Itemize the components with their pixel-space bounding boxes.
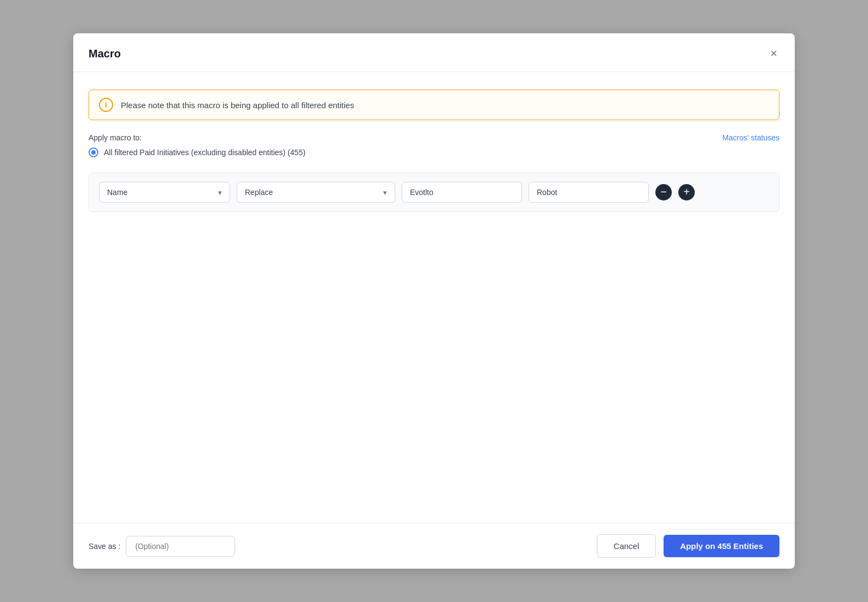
modal-header: Macro × bbox=[73, 33, 795, 72]
cancel-button[interactable]: Cancel bbox=[597, 534, 656, 558]
radio-button-inner bbox=[91, 150, 96, 155]
plus-icon: + bbox=[683, 186, 690, 197]
operator-select[interactable]: Replace ▾ bbox=[237, 182, 395, 203]
macros-statuses-link[interactable]: Macros' statuses bbox=[722, 133, 779, 142]
save-as-row: Save as : bbox=[89, 536, 235, 557]
modal-body: i Please note that this macro is being a… bbox=[73, 72, 795, 523]
remove-rule-button[interactable]: − bbox=[655, 184, 672, 200]
info-icon: i bbox=[99, 98, 113, 112]
from-value-input[interactable] bbox=[402, 182, 522, 203]
modal-dialog: Macro × i Please note that this macro is… bbox=[73, 33, 795, 569]
radio-button[interactable] bbox=[89, 147, 98, 157]
modal-footer: Save as : Cancel Apply on 455 Entities bbox=[73, 523, 795, 569]
modal-title: Macro bbox=[89, 48, 121, 60]
save-as-input[interactable] bbox=[126, 536, 235, 557]
footer-actions: Cancel Apply on 455 Entities bbox=[597, 534, 779, 558]
operator-select-label: Replace bbox=[245, 188, 273, 197]
save-as-label: Save as : bbox=[89, 542, 120, 551]
field-chevron-icon: ▾ bbox=[218, 188, 222, 197]
rule-row: Name ▾ Replace ▾ − + bbox=[89, 173, 779, 212]
info-banner-text: Please note that this macro is being app… bbox=[121, 101, 354, 110]
apply-button[interactable]: Apply on 455 Entities bbox=[664, 535, 779, 557]
apply-macro-label: Apply macro to: bbox=[89, 133, 142, 142]
close-button[interactable]: × bbox=[768, 45, 779, 62]
field-select-label: Name bbox=[107, 188, 127, 197]
modal-overlay: Macro × i Please note that this macro is… bbox=[0, 0, 868, 602]
apply-macro-row: Apply macro to: Macros' statuses bbox=[89, 133, 779, 142]
field-select[interactable]: Name ▾ bbox=[99, 182, 230, 203]
minus-icon: − bbox=[660, 186, 667, 197]
to-value-input[interactable] bbox=[529, 182, 649, 203]
operator-chevron-icon: ▾ bbox=[383, 188, 387, 197]
radio-label: All filtered Paid Initiatives (excluding… bbox=[104, 148, 306, 157]
add-rule-button[interactable]: + bbox=[678, 184, 695, 200]
info-banner: i Please note that this macro is being a… bbox=[89, 90, 779, 120]
radio-option-row[interactable]: All filtered Paid Initiatives (excluding… bbox=[89, 147, 779, 157]
